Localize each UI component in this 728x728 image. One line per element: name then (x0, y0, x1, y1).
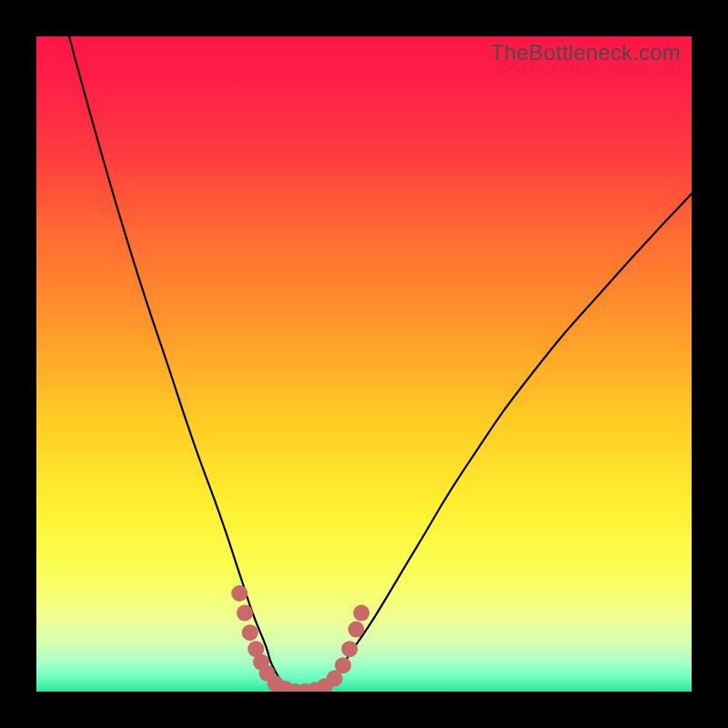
plot-area: TheBottleneck.com (36, 36, 692, 692)
curve-marker (348, 622, 364, 638)
curve-marker (341, 641, 358, 657)
curve-marker (242, 624, 258, 641)
bottleneck-curve (36, 36, 692, 692)
curve-marker (335, 657, 351, 673)
curve-marker (353, 605, 369, 622)
curve-marker (237, 605, 253, 622)
watermark-text: TheBottleneck.com (490, 40, 681, 66)
curve-marker (231, 585, 248, 602)
chart-frame: TheBottleneck.com (0, 0, 728, 728)
